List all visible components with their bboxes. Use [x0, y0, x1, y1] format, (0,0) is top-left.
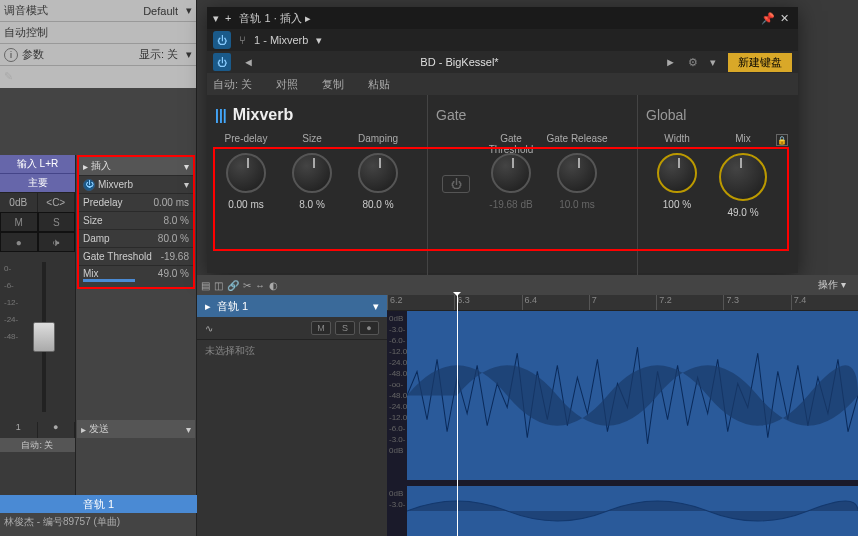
label: 调音模式 [4, 3, 143, 18]
plugin-window: ▾ + 音轨 1 · 插入 ▸ 📌 ✕ ⏻ ⑂ 1 - Mixverb ▾ ⏻ … [207, 7, 798, 273]
power-icon[interactable]: ⏻ [83, 179, 95, 191]
info-icon: i [4, 48, 18, 62]
compare-button[interactable]: 对照 [276, 77, 298, 92]
knob[interactable] [226, 153, 266, 193]
track-header: ▸ 音轨 1 ▾ ∿ M S ● 未选择和弦 [197, 295, 387, 361]
track-color-bar[interactable]: 音轨 1 [0, 495, 197, 513]
pin-icon[interactable]: 📌 [760, 12, 776, 25]
param-row[interactable]: Gate Threshold-19.68 [79, 247, 193, 265]
preset-name[interactable]: BD - BigKessel* [266, 56, 653, 68]
plugin-select[interactable]: 1 - Mixverb [254, 34, 308, 46]
expand-icon: ▸ [83, 161, 88, 172]
display-toggle[interactable]: 显示: 关 [139, 47, 178, 62]
playhead[interactable] [457, 295, 458, 536]
bypass-button[interactable]: ⏻ [213, 31, 231, 49]
arrange-toolbar: ▤ ◫ 🔗 ✂ ↔ ◐ 操作 ▾ [197, 275, 858, 295]
routing-icon[interactable]: ⑂ [239, 34, 246, 46]
gate-power-button[interactable]: ⏻ [442, 175, 470, 193]
audio-clip[interactable] [407, 311, 858, 480]
params-row[interactable]: i 参数 显示: 关 ▾ [0, 44, 196, 66]
tool-icon[interactable]: 🔗 [227, 280, 239, 291]
knob[interactable] [491, 153, 531, 193]
sends-header[interactable]: ▸ 发送 ▾ [77, 420, 195, 438]
tool-icon[interactable]: ◫ [214, 280, 223, 291]
compare-bar: 自动: 关 对照 复制 粘贴 [207, 73, 798, 95]
plugin-body: ||| Mixverb Pre-delay 0.00 ms Size 8.0 %… [207, 95, 798, 295]
track-name-row[interactable]: ▸ 音轨 1 ▾ [197, 295, 387, 317]
label: 自动控制 [4, 25, 192, 40]
monitor-button[interactable]: 🕩 [38, 232, 76, 252]
label: 发送 [89, 422, 109, 436]
dropdown-icon[interactable]: ▾ [184, 179, 189, 190]
insert-slot[interactable]: ⏻ Mixverb ▾ [79, 175, 193, 193]
record-button[interactable]: ● [0, 232, 38, 252]
lock-icon[interactable]: 🔒 [776, 134, 788, 146]
plugin-name: Mixverb [98, 179, 184, 190]
knob[interactable] [657, 153, 697, 193]
param-row[interactable]: Predelay0.00 ms [79, 193, 193, 211]
automation-row[interactable]: 自动控制 [0, 22, 196, 44]
knob-value: 10.0 ms [559, 199, 595, 210]
auto-toggle[interactable]: 自动: 关 [213, 77, 252, 92]
power-icon[interactable]: ⏻ [213, 53, 231, 71]
next-preset-icon[interactable]: ► [665, 56, 676, 68]
param-row[interactable]: Damp80.0 % [79, 229, 193, 247]
knob[interactable] [557, 153, 597, 193]
dropdown-icon: ▾ [710, 56, 716, 69]
chord-row[interactable]: 未选择和弦 [197, 339, 387, 361]
audio-clip[interactable] [407, 486, 858, 536]
section-title: Global [646, 103, 790, 127]
section-title: Gate [436, 103, 629, 127]
label: 参数 [22, 47, 139, 62]
gain-readout[interactable]: 0dB [0, 193, 38, 212]
param-row[interactable]: Mix49.0 % [79, 265, 193, 287]
paste-button[interactable]: 粘贴 [368, 77, 390, 92]
knob[interactable] [292, 153, 332, 193]
automation-mode[interactable]: 自动: 关 [0, 438, 75, 452]
output-label[interactable]: 主要 [0, 173, 75, 192]
mute-button[interactable]: M [311, 321, 331, 335]
solo-button[interactable]: S [38, 212, 76, 232]
fader-handle[interactable] [33, 322, 55, 352]
param-row[interactable]: Size8.0 % [79, 211, 193, 229]
tool-icon[interactable]: ▤ [201, 280, 210, 291]
pan-readout[interactable]: <C> [38, 193, 76, 212]
section-global: Global 🔒 Width 100 % Mix 49.0 % [637, 95, 798, 295]
track-number: 1 [0, 422, 38, 438]
close-icon[interactable]: ✕ [776, 12, 792, 25]
knob-label: Size [302, 133, 321, 147]
tool-icon[interactable]: ✂ [243, 280, 251, 291]
knob[interactable] [719, 153, 767, 201]
preset-bar: ⏻ ◄ BD - BigKessel* ► ⚙ ▾ 新建键盘 [207, 51, 798, 73]
dropdown-icon[interactable]: ▾ [184, 161, 189, 172]
plugin-selector-bar: ⏻ ⑂ 1 - Mixverb ▾ [207, 29, 798, 51]
collapse-icon[interactable]: ▾ [213, 12, 219, 25]
knob-gate-release: Gate Release 10.0 ms [546, 133, 608, 210]
add-icon[interactable]: + [225, 12, 231, 24]
new-keyboard-button[interactable]: 新建键盘 [728, 53, 792, 72]
record-button[interactable]: ● [359, 321, 379, 335]
copy-button[interactable]: 复制 [322, 77, 344, 92]
dropdown-icon: ▾ [186, 48, 192, 61]
plugin-titlebar[interactable]: ▾ + 音轨 1 · 插入 ▸ 📌 ✕ [207, 7, 798, 29]
tool-icon[interactable]: ↔ [255, 280, 265, 291]
tool-icon[interactable]: ◐ [269, 280, 278, 291]
edit-icon[interactable]: ✎ [0, 66, 196, 88]
value: Default [143, 5, 178, 17]
knob-size: Size 8.0 % [281, 133, 343, 210]
fader-scale: 0- -6- -12- -24- -48- [4, 260, 18, 345]
gear-icon[interactable]: ⚙ [688, 56, 698, 69]
mute-button[interactable]: M [0, 212, 38, 232]
dropdown-icon[interactable]: ▾ [373, 300, 379, 313]
tuning-mode-row[interactable]: 调音模式 Default ▾ [0, 0, 196, 22]
dropdown-icon[interactable]: ▾ [186, 424, 191, 435]
input-label[interactable]: 输入 L+R [0, 155, 75, 173]
solo-button[interactable]: S [335, 321, 355, 335]
gate-toggle-col: ⏻ [436, 133, 476, 210]
prev-preset-icon[interactable]: ◄ [243, 56, 254, 68]
knob[interactable] [358, 153, 398, 193]
expand-icon[interactable]: ▸ [205, 300, 211, 313]
db-label: 0dB [389, 489, 403, 498]
inserts-header[interactable]: ▸ 插入 ▾ [79, 157, 193, 175]
operations-menu[interactable]: 操作 ▾ [810, 276, 854, 294]
